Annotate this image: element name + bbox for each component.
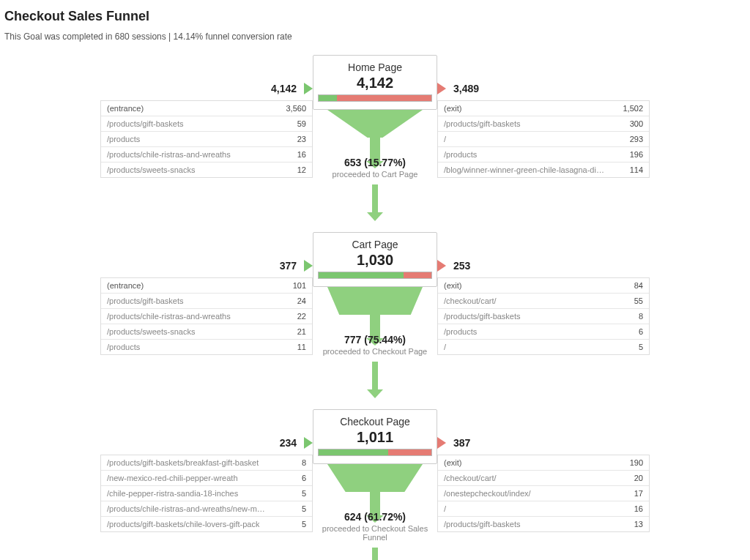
path-label: /products/gift-baskets/chile-lovers-gift… xyxy=(107,520,259,529)
path-count: 22 xyxy=(292,312,306,321)
table-row[interactable]: /products/gift-baskets8 xyxy=(438,308,649,324)
table-row[interactable]: /products/gift-baskets/chile-lovers-gift… xyxy=(101,516,312,531)
exits-count: 387 xyxy=(449,437,470,449)
path-count: 12 xyxy=(292,165,306,174)
table-row[interactable]: (entrance)3,560 xyxy=(101,100,312,116)
svg-marker-0 xyxy=(327,110,423,138)
table-row[interactable]: (entrance)101 xyxy=(101,277,312,293)
path-label: /onestepcheckout/index/ xyxy=(444,489,531,498)
stage-box[interactable]: Checkout Page1,011 xyxy=(313,409,437,464)
path-count: 21 xyxy=(292,327,306,336)
arrow-right-green-icon xyxy=(304,83,313,94)
arrow-down-icon xyxy=(367,184,383,223)
proceed-count: 777 (75.44%) xyxy=(323,334,428,346)
table-row[interactable]: /293 xyxy=(438,131,649,146)
path-count: 114 xyxy=(624,165,643,174)
table-row[interactable]: /products196 xyxy=(438,146,649,162)
path-label: /products/gift-baskets xyxy=(444,119,521,128)
page-subtitle: This Goal was completed in 680 sessions … xyxy=(4,31,746,42)
table-row[interactable]: /blog/winner-winner-green-chile-lasagna-… xyxy=(438,162,649,177)
table-row[interactable]: /products/gift-baskets300 xyxy=(438,116,649,131)
proceed-count: 624 (61.72%) xyxy=(313,511,437,523)
path-count: 5 xyxy=(296,489,306,498)
path-count: 6 xyxy=(296,474,306,482)
arrow-right-red-icon xyxy=(437,83,446,94)
path-label: /products xyxy=(107,135,140,143)
table-row[interactable]: (exit)84 xyxy=(438,277,649,293)
svg-rect-13 xyxy=(372,548,378,560)
bar-proceeded-segment xyxy=(319,449,388,455)
table-row[interactable]: (exit)1,502 xyxy=(438,100,649,116)
exits-count-row: 3,489 xyxy=(437,81,479,96)
path-count: 17 xyxy=(628,489,643,498)
arrow-right-red-icon xyxy=(437,437,446,449)
funnel-stage: 377(entrance)101/products/gift-baskets24… xyxy=(4,232,746,409)
table-row[interactable]: /onestepcheckout/index/17 xyxy=(438,485,649,501)
exit-paths-table: (exit)1,502/products/gift-baskets300/293… xyxy=(437,100,650,178)
table-row[interactable]: /checkout/cart/55 xyxy=(438,293,649,308)
table-row[interactable]: (exit)190 xyxy=(438,455,649,470)
table-row[interactable]: /products/chile-ristras-and-wreaths/new-… xyxy=(101,501,312,516)
entries-count-row: 234 xyxy=(280,436,313,450)
path-label: /checkout/cart/ xyxy=(444,474,497,482)
path-count: 8 xyxy=(296,458,306,467)
path-label: /checkout/cart/ xyxy=(444,296,497,305)
arrow-right-green-icon xyxy=(304,260,313,272)
proceed-bar xyxy=(318,449,432,456)
stage-box[interactable]: Cart Page1,030 xyxy=(313,232,437,287)
svg-marker-5 xyxy=(327,287,423,315)
path-count: 196 xyxy=(624,150,643,159)
path-label: / xyxy=(444,135,446,143)
table-row[interactable]: /products23 xyxy=(101,131,312,146)
arrow-down-icon xyxy=(367,362,383,400)
table-row[interactable]: /chile-pepper-ristra-sandia-18-inches5 xyxy=(101,485,312,501)
svg-marker-10 xyxy=(327,464,423,492)
path-label: /chile-pepper-ristra-sandia-18-inches xyxy=(107,489,238,498)
table-row[interactable]: /16 xyxy=(438,501,649,516)
table-row[interactable]: /products/gift-baskets13 xyxy=(438,516,649,531)
table-row[interactable]: /products/gift-baskets59 xyxy=(101,116,312,131)
table-row[interactable]: /products11 xyxy=(101,339,312,354)
entries-count: 4,142 xyxy=(271,83,301,94)
table-row[interactable]: /products/gift-baskets/breakfast-gift-ba… xyxy=(101,455,312,470)
funnel-stage: 4,142(entrance)3,560/products/gift-baske… xyxy=(4,55,746,232)
table-row[interactable]: /products/sweets-snacks21 xyxy=(101,324,312,339)
table-row[interactable]: /new-mexico-red-chili-pepper-wreath6 xyxy=(101,470,312,485)
entries-count: 377 xyxy=(280,260,301,272)
table-row[interactable]: /products/chile-ristras-and-wreaths16 xyxy=(101,146,312,162)
table-row[interactable]: /products6 xyxy=(438,324,649,339)
path-label: /products/gift-baskets xyxy=(107,119,184,128)
path-count: 3,560 xyxy=(280,104,306,113)
path-count: 84 xyxy=(628,281,643,290)
path-label: /products/sweets-snacks xyxy=(107,327,195,336)
exits-count: 3,489 xyxy=(449,83,479,94)
path-count: 20 xyxy=(628,474,643,482)
proceed-summary: 653 (15.77%)proceeded to Cart Page xyxy=(333,157,418,179)
path-count: 16 xyxy=(292,150,306,159)
path-label: (entrance) xyxy=(107,104,144,113)
stage-box[interactable]: Home Page4,142 xyxy=(313,55,437,110)
path-label: /products/gift-baskets xyxy=(444,520,521,529)
funnel-report: Checkout Sales Funnel This Goal was comp… xyxy=(0,0,750,560)
table-row[interactable]: /products/chile-ristras-and-wreaths22 xyxy=(101,308,312,324)
path-count: 23 xyxy=(292,135,306,143)
entry-paths-table: (entrance)101/products/gift-baskets24/pr… xyxy=(100,277,313,355)
proceed-count: 653 (15.77%) xyxy=(333,157,418,168)
table-row[interactable]: /products/sweets-snacks12 xyxy=(101,162,312,177)
path-count: 59 xyxy=(292,119,306,128)
path-label: /products/chile-ristras-and-wreaths xyxy=(107,150,231,159)
proceed-label: proceeded to Checkout Page xyxy=(323,347,428,356)
path-label: /products/gift-baskets xyxy=(444,312,521,321)
proceed-summary: 777 (75.44%)proceeded to Checkout Page xyxy=(323,334,428,356)
table-row[interactable]: /products/gift-baskets24 xyxy=(101,293,312,308)
table-row[interactable]: /5 xyxy=(438,339,649,354)
table-row[interactable]: /checkout/cart/20 xyxy=(438,470,649,485)
path-label: / xyxy=(444,343,446,351)
proceed-bar xyxy=(318,272,432,279)
path-count: 13 xyxy=(628,520,643,529)
path-count: 5 xyxy=(296,504,306,513)
exits-count-row: 387 xyxy=(437,436,470,450)
path-label: /products/chile-ristras-and-wreaths/new-… xyxy=(107,504,268,513)
bar-proceeded-segment xyxy=(319,95,337,101)
path-count: 6 xyxy=(633,327,643,336)
